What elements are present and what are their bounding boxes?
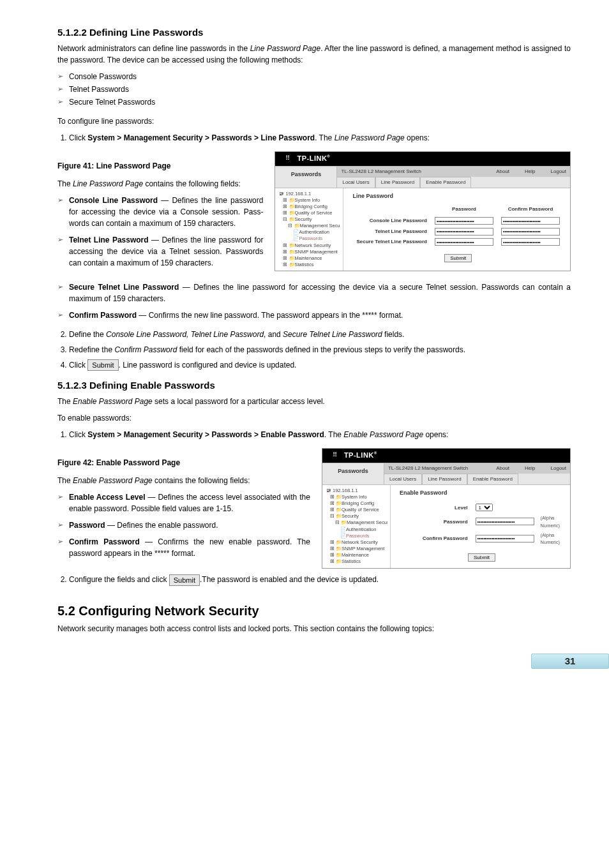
text: System > Management Security > Passwords… [87,133,315,142]
list-item: Telnet Passwords [57,84,571,95]
tree-node[interactable]: ⊞ 📁Statistics [326,558,387,565]
text: Secure Telnet Line Password [283,330,382,339]
list-item: Telnet Line Password — Defines the line … [57,234,263,269]
enable-password-input[interactable] [476,518,534,525]
text: , and [264,330,283,339]
tree-node[interactable]: ⊟ 📁Management Security [279,223,340,229]
text: Define the [69,330,106,339]
tree-node[interactable]: ⊟ 📁Management Security [326,520,387,526]
text: contains the following fields: [143,179,241,188]
tab-local-users[interactable]: Local Users [337,177,375,188]
text: Confirm Password [69,537,140,546]
field-list: Console Line Password — Defines the line… [57,195,263,269]
telnet-password-input[interactable] [435,228,493,236]
text: . The [324,430,343,439]
figure-42-screenshot: ⠿ TP-LINK® Passwords TL-SL2428 L2 Manage… [322,448,571,569]
shot-header: ⠿ TP-LINK® [275,152,570,166]
submit-button[interactable]: Submit [468,553,495,562]
tree-node[interactable]: ⊞ 📁System Info [279,197,340,204]
tree-node[interactable]: ⊞ 📁Bridging Config [326,500,387,507]
level-select[interactable]: 1 [476,504,493,511]
telnet-confirm-input[interactable] [501,228,560,236]
link-help[interactable]: Help [525,168,535,176]
link-help[interactable]: Help [525,465,535,472]
link-about[interactable]: About [496,465,509,472]
tree-node[interactable]: ⊟ 📁Security [326,513,387,520]
link-logout[interactable]: Logout [551,168,566,176]
tree-node[interactable]: ⊞ 📁SNMP Management [326,546,387,552]
list-item: Secure Telnet Passwords [57,96,571,108]
figure-caption-41: Figure 41: Line Password Page [57,160,263,172]
tab-line-password[interactable]: Line Password [375,177,420,188]
tree-node[interactable]: ⊞ 📁Quality of Service [326,507,387,513]
paragraph: The Line Password Page contains the foll… [57,178,263,190]
tab-local-users[interactable]: Local Users [384,474,422,484]
steps-list: Configure the fields and click Submit.Th… [57,574,571,586]
tab-enable-password[interactable]: Enable Password [420,177,471,188]
heading-5-1-2-3: 5.1.2.3 Defining Enable Passwords [57,378,571,393]
list-item: Configure the fields and click Submit.Th… [69,574,571,586]
console-password-input[interactable] [435,217,493,225]
panel-title: Enable Password [400,489,564,498]
link-logout[interactable]: Logout [551,465,566,472]
tree-node[interactable]: ⊞ 📁System Info [326,494,387,500]
text: Network administrators can define line p… [57,44,250,53]
nav-tree[interactable]: 🖳 192.168.1.1 ⊞ 📁System Info ⊞ 📁Bridging… [275,188,343,271]
tab-line-password[interactable]: Line Password [422,474,467,484]
tree-node[interactable]: 📄Authentication [326,527,387,533]
text: Secure Telnet Line Password [69,283,179,292]
section-label: Passwords [275,167,337,188]
row-label: Secure Telnet Line Password [352,237,431,248]
text: System > Management Security > Passwords… [87,430,324,439]
tree-node[interactable]: ⊞ 📁Network Security [326,539,387,546]
submit-button[interactable]: Submit [444,254,472,262]
row-label: Password [419,513,472,530]
text: Line Password Page [73,179,143,188]
row-label: Confirm Password [419,530,472,548]
window-dots-icon: ⠿ [285,153,289,163]
shot-subheader: Passwords TL-SL2428 L2 Management Switch… [275,166,570,188]
text: . The [315,133,334,142]
submit-button-inline[interactable]: Submit [169,574,200,586]
text: Password [69,521,105,530]
link-about[interactable]: About [496,168,509,176]
tree-node[interactable]: ⊞ 📁Maintenance [326,552,387,558]
enable-confirm-input[interactable] [476,535,534,542]
paragraph: To enable passwords: [57,412,571,424]
tree-node[interactable]: ⊞ 📁Quality of Service [279,210,340,216]
text: sets a local password for a particular a… [153,397,325,406]
list-item: Define the Console Line Password, Telnet… [69,329,571,340]
tree-node[interactable]: ⊞ 📁Bridging Config [279,204,340,210]
tree-node-selected[interactable]: 📄Passwords [279,236,340,242]
tree-node[interactable]: ⊞ 📁SNMP Management [279,249,340,255]
text: . Line password is configured and device… [119,361,297,370]
tree-node[interactable]: ⊟ 📁Security [279,216,340,223]
text: Enable Access Level [69,493,146,502]
tree-node[interactable]: ⊞ 📁Network Security [279,243,340,249]
text: contains the following fields: [153,476,250,485]
line-password-table: Password Confirm Password Console Line P… [352,206,564,248]
submit-button-inline[interactable]: Submit [87,359,118,371]
tree-node[interactable]: 🖳 192.168.1.1 [326,488,387,494]
tree-node[interactable]: ⊞ 📁Maintenance [279,255,340,262]
secure-telnet-password-input[interactable] [435,238,493,246]
text: Enable Password Page [73,397,153,406]
text: Click [69,361,87,370]
field-note: (Alpha Numeric) [538,530,564,548]
paragraph: Network security manages both access con… [57,623,571,634]
paragraph: The Enable Password Page sets a local pa… [57,396,571,407]
brand-logo: TP-LINK® [297,153,330,166]
device-title: TL-SL2428 L2 Management Switch [341,168,421,176]
secure-telnet-confirm-input[interactable] [501,238,560,246]
tab-enable-password[interactable]: Enable Password [467,474,518,484]
nav-tree[interactable]: 🖳 192.168.1.1 ⊞ 📁System Info ⊞ 📁Bridging… [322,485,391,569]
console-confirm-input[interactable] [501,217,560,225]
page-number: 31 [531,654,609,669]
tree-node-selected[interactable]: 📄Passwords [326,533,387,539]
list-item: Enable Access Level — Defines the access… [57,491,310,514]
text: Console Line Password, Telnet Line Passw… [106,330,264,339]
tree-node[interactable]: 📄Authentication [279,229,340,236]
tree-node[interactable]: 🖳 192.168.1.1 [279,191,340,197]
tree-node[interactable]: ⊞ 📁Statistics [279,262,340,268]
text: Line Password Page [250,44,320,53]
